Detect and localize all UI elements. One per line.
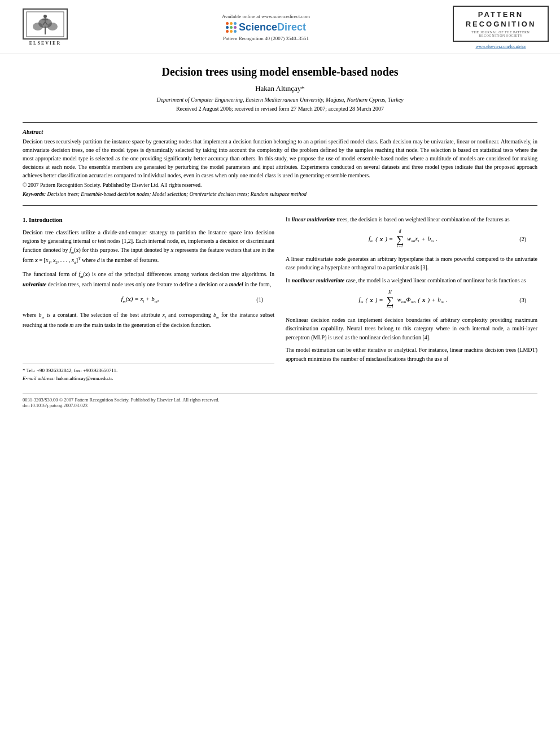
right-para3: In nonlinear multivariate case, the mode…: [286, 276, 537, 285]
footnote-email-address: hakan.altincay@emu.edu.tr.: [56, 375, 113, 381]
keywords-text: Decision trees; Ensemble-based decision …: [47, 191, 307, 197]
section1-number: 1.: [23, 216, 27, 223]
pr-link[interactable]: www.elsevier.com/locate/pr: [453, 44, 549, 49]
summation2: d ∑ i=1: [396, 229, 404, 248]
page-footer: 0031-3203/$30.00 © 2007 Pattern Recognit…: [23, 394, 537, 408]
pr-title: PATTERN RECOGNITION: [460, 10, 542, 29]
footnote-area: * Tel.: +90 3926302842; fax: +9039236507…: [23, 364, 274, 383]
footer-line2: doi:10.1016/j.patcog.2007.03.023: [23, 403, 537, 408]
available-online-text: Available online at www.sciencedirect.co…: [79, 14, 453, 19]
abstract-section: Abstract Decision trees recursively part…: [23, 129, 537, 197]
science-text: Science: [239, 21, 277, 33]
footnote-email-label: E-mail address:: [23, 375, 55, 381]
right-column: In linear multivariate trees, the decisi…: [286, 215, 537, 383]
sciencedirect-area: Available online at www.sciencedirect.co…: [79, 14, 453, 41]
divider-top: [23, 122, 537, 123]
equation1-formula: fm(x) = xl + bm,: [34, 294, 246, 305]
sciencedirect-brand: ScienceDirect: [239, 21, 306, 33]
keywords-label: Keywords:: [23, 191, 46, 197]
right-para2: A linear multivariate node generates an …: [286, 255, 537, 272]
body-two-col: 1. Introduction Decision tree classifier…: [23, 215, 537, 383]
right-para1: In linear multivariate trees, the decisi…: [286, 215, 537, 224]
pr-journal-box: PATTERN RECOGNITION THE JOURNAL OF THE P…: [453, 6, 549, 42]
svg-point-5: [43, 15, 47, 18]
equation3-formula: fm(x) = H ∑ h=1 wmhΦmh(x) + bm.: [297, 290, 509, 309]
footnote-email: E-mail address: hakan.altincay@emu.edu.t…: [23, 375, 274, 383]
footer-line1: 0031-3203/$30.00 © 2007 Pattern Recognit…: [23, 397, 537, 403]
footnote-tel: * Tel.: +90 3926302842; fax: +9039236507…: [23, 367, 274, 375]
right-para4: Nonlinear decision nodes can implement d…: [286, 316, 537, 342]
keywords-line: Keywords: Decision trees; Ensemble-based…: [23, 191, 537, 197]
equation2-row: fm(x) = d ∑ i=1 wmixi + bm. (2): [297, 229, 526, 248]
left-column: 1. Introduction Decision tree classifier…: [23, 215, 274, 383]
divider-bottom: [23, 205, 537, 206]
equation1-number: (1): [246, 295, 263, 304]
abstract-body: Decision trees recursively partition the…: [23, 137, 537, 180]
abstract-heading: Abstract: [23, 129, 537, 135]
equation1-row: fm(x) = xl + bm, (1): [34, 294, 263, 305]
direct-text: Direct: [277, 21, 306, 33]
paper-author: Hakan Altınçay*: [23, 84, 537, 93]
pattern-recognition-area: PATTERN RECOGNITION THE JOURNAL OF THE P…: [453, 6, 549, 49]
section1-title: Introduction: [29, 216, 63, 223]
equation3-row: fm(x) = H ∑ h=1 wmhΦmh(x) + bm. (3): [297, 290, 526, 309]
paper-affiliation: Department of Computer Engineering, East…: [23, 97, 537, 103]
main-content: Decision trees using model ensemble-base…: [0, 54, 560, 420]
right-para5: The model estimation can be either itera…: [286, 346, 537, 363]
sciencedirect-logo: ScienceDirect: [79, 21, 453, 33]
elsevier-wordmark: ELSEVIER: [29, 41, 61, 46]
elsevier-logo-area: ELSEVIER: [11, 8, 79, 46]
equation3-number: (3): [509, 296, 526, 305]
section1-heading: 1. Introduction: [23, 215, 274, 225]
pr-subtitle: THE JOURNAL OF THE PATTERN RECOGNITION S…: [460, 30, 542, 37]
elsevier-tree-logo: [23, 8, 68, 40]
copyright-text: © 2007 Pattern Recognition Society. Publ…: [23, 182, 537, 188]
svg-point-4: [47, 23, 58, 30]
journal-info-text: Pattern Recognition 40 (2007) 3540–3551: [79, 36, 453, 41]
svg-point-3: [33, 23, 43, 30]
equation2-number: (2): [509, 235, 526, 244]
paper-received: Received 2 August 2006; received in revi…: [23, 106, 537, 112]
sd-dots-icon: [226, 22, 237, 33]
intro-para1: Decision tree classifiers utilize a divi…: [23, 228, 274, 266]
page-header: ELSEVIER Available online at www.science…: [0, 0, 560, 54]
summation3: H ∑ h=1: [387, 290, 394, 309]
intro-para3: where bm is a constant. The selection of…: [23, 311, 274, 329]
equation2-formula: fm(x) = d ∑ i=1 wmixi + bm.: [297, 229, 509, 248]
intro-para2: The functional form of fm(x) is one of t…: [23, 270, 274, 289]
paper-title: Decision trees using model ensemble-base…: [23, 65, 537, 78]
